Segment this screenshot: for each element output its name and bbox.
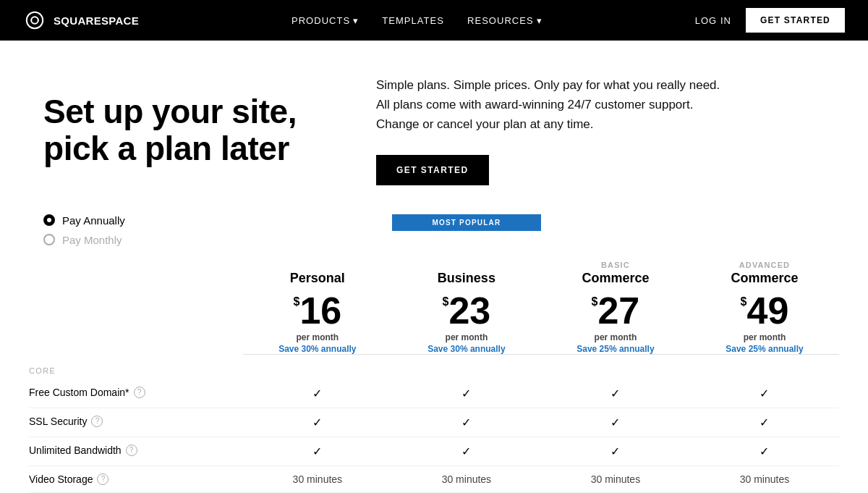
nav-links: PRODUCTS ▾ TEMPLATES RESOURCES ▾: [292, 15, 542, 26]
commerce-advanced-price-row: $ 49: [690, 292, 839, 329]
commerce-basic-header: BASIC Commerce $ 27 per month Save 25% a…: [541, 261, 690, 355]
feature-name-cell: Free Custom Domain* ?: [29, 379, 243, 408]
pay-monthly-radio[interactable]: [43, 234, 55, 245]
feature-name-cell: Unlimited Bandwidth ?: [29, 437, 243, 465]
table-row: Free Custom Domain* ? ✓ ✓ ✓ ✓: [29, 379, 839, 408]
table-row: SSL Security ? ✓ ✓ ✓ ✓: [29, 408, 839, 437]
pay-annually-radio[interactable]: [43, 214, 55, 226]
hero-right: Simple plans. Simple prices. Only pay fo…: [376, 75, 825, 185]
personal-price-row: $ 16: [243, 292, 392, 329]
plan-header-row: Personal $ 16 per month Save 30% annuall…: [29, 261, 839, 355]
commerce-advanced-badge-placeholder: [690, 214, 839, 233]
billing-toggle: Pay Annually Pay Monthly: [29, 214, 243, 261]
commerce-basic-price: 27: [597, 292, 639, 329]
badge-row: Pay Annually Pay Monthly MOST POPULAR: [29, 214, 839, 261]
nav-resources[interactable]: RESOURCES ▾: [467, 15, 542, 26]
nav-templates[interactable]: TEMPLATES: [382, 15, 444, 26]
logo[interactable]: SQUARESPACE: [23, 9, 139, 32]
personal-header: Personal $ 16 per month Save 30% annuall…: [243, 261, 392, 355]
chevron-down-icon: ▾: [353, 15, 359, 26]
commerce-basic-price-row: $ 27: [541, 292, 690, 329]
personal-badge-placeholder: [243, 214, 392, 233]
personal-badge-cell: [243, 214, 392, 261]
business-header: Business $ 23 per month Save 30% annuall…: [392, 261, 541, 355]
pay-annually-option[interactable]: Pay Annually: [43, 214, 243, 227]
pricing-section: Pay Annually Pay Monthly MOST POPULAR: [0, 214, 868, 493]
commerce-advanced-save: Save 25% annually: [690, 344, 839, 354]
commerce-basic-storage: 30 minutes: [541, 465, 690, 492]
business-price: 23: [448, 292, 490, 329]
business-check: ✓: [392, 437, 541, 465]
nav-products[interactable]: PRODUCTS ▾: [292, 15, 359, 26]
commerce-advanced-check: ✓: [690, 437, 839, 465]
commerce-advanced-storage: 30 minutes: [690, 465, 839, 492]
commerce-advanced-tier: ADVANCED: [690, 261, 839, 269]
commerce-basic-tier: BASIC: [541, 261, 690, 269]
help-icon[interactable]: ?: [126, 444, 137, 456]
main-nav: SQUARESPACE PRODUCTS ▾ TEMPLATES RESOURC…: [0, 0, 868, 41]
business-badge-cell: MOST POPULAR: [392, 214, 541, 261]
pay-annually-label: Pay Annually: [62, 214, 125, 227]
business-per-month: per month: [392, 332, 541, 342]
commerce-advanced-check: ✓: [690, 379, 839, 408]
most-popular-badge: MOST POPULAR: [392, 214, 541, 231]
commerce-advanced-check: ✓: [690, 408, 839, 437]
logo-icon: [23, 9, 46, 32]
commerce-basic-save: Save 25% annually: [541, 344, 690, 354]
commerce-advanced-plan-name: Commerce: [690, 271, 839, 286]
nav-get-started-button[interactable]: GET STARTED: [746, 8, 845, 33]
personal-storage: 30 minutes: [243, 465, 392, 492]
hero-title: Set up your site, pick a plan later: [43, 93, 347, 167]
personal-check: ✓: [243, 408, 392, 437]
hero-section: Set up your site, pick a plan later Simp…: [0, 41, 868, 214]
toggle-cell: Pay Annually Pay Monthly: [29, 214, 243, 261]
login-button[interactable]: LOG IN: [695, 15, 731, 26]
table-row: Video Storage ? 30 minutes 30 minutes 30…: [29, 465, 839, 492]
core-section-label: CORE: [29, 355, 839, 379]
business-check: ✓: [392, 379, 541, 408]
commerce-basic-check: ✓: [541, 437, 690, 465]
pay-monthly-option[interactable]: Pay Monthly: [43, 234, 243, 246]
personal-check: ✓: [243, 437, 392, 465]
personal-per-month: per month: [243, 332, 392, 342]
feature-name-cell: Video Storage ?: [29, 465, 243, 492]
commerce-basic-check: ✓: [541, 408, 690, 437]
business-storage: 30 minutes: [392, 465, 541, 492]
hero-description: Simple plans. Simple prices. Only pay fo…: [376, 75, 825, 135]
commerce-basic-badge-placeholder: [541, 214, 690, 233]
hero-left: Set up your site, pick a plan later: [43, 93, 347, 167]
commerce-advanced-per-month: per month: [690, 332, 839, 342]
nav-actions: LOG IN GET STARTED: [695, 8, 845, 33]
hero-get-started-button[interactable]: GET STARTED: [376, 155, 489, 185]
help-icon[interactable]: ?: [91, 416, 103, 427]
commerce-advanced-header: ADVANCED Commerce $ 49 per month Save 25…: [690, 261, 839, 355]
core-section-row: CORE: [29, 354, 839, 379]
help-icon[interactable]: ?: [134, 387, 145, 398]
business-plan-name: Business: [392, 271, 541, 286]
personal-save: Save 30% annually: [243, 344, 392, 354]
personal-plan-name: Personal: [243, 271, 392, 286]
personal-check: ✓: [243, 379, 392, 408]
pricing-table: Pay Annually Pay Monthly MOST POPULAR: [29, 214, 839, 493]
help-icon[interactable]: ?: [97, 473, 109, 485]
commerce-basic-per-month: per month: [541, 332, 690, 342]
commerce-basic-badge-cell: [541, 214, 690, 261]
business-price-row: $ 23: [392, 292, 541, 329]
commerce-basic-plan-name: Commerce: [541, 271, 690, 286]
table-row: Unlimited Bandwidth ? ✓ ✓ ✓ ✓: [29, 437, 839, 465]
chevron-down-icon: ▾: [537, 15, 542, 26]
feature-name-cell: SSL Security ?: [29, 408, 243, 437]
commerce-advanced-price: 49: [747, 292, 789, 329]
commerce-basic-check: ✓: [541, 379, 690, 408]
commerce-advanced-badge-cell: [690, 214, 839, 261]
business-save: Save 30% annually: [392, 344, 541, 354]
business-check: ✓: [392, 408, 541, 437]
personal-price: 16: [299, 292, 341, 329]
pay-monthly-label: Pay Monthly: [62, 234, 122, 246]
